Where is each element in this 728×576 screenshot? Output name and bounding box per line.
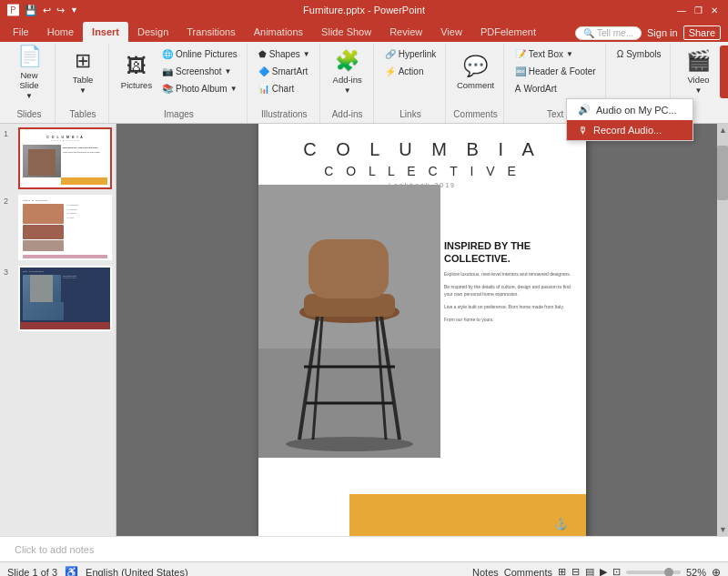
table-button[interactable]: ⊞ Table ▼ bbox=[63, 45, 103, 98]
online-pictures-icon: 🌐 bbox=[162, 49, 173, 59]
ribbon-tabs: File Home Insert Design Transitions Anim… bbox=[0, 20, 728, 42]
main-slide: C O L U M B I A C O L L E C T I V E Look… bbox=[258, 124, 586, 536]
tab-transitions[interactable]: Transitions bbox=[177, 22, 244, 42]
view-reading-icon[interactable]: ▤ bbox=[585, 566, 594, 576]
accessibility-icon: ♿ bbox=[65, 566, 78, 577]
slide-thumb-3[interactable]: 3 Our Collection Minimalist furniture Sc… bbox=[4, 266, 112, 331]
screenshot-button[interactable]: 📷 Screenshot ▼ bbox=[158, 63, 241, 79]
tab-design[interactable]: Design bbox=[128, 22, 177, 42]
shapes-icon: ⬟ bbox=[258, 49, 267, 59]
svg-point-11 bbox=[286, 437, 413, 451]
close-btn[interactable]: ✕ bbox=[708, 4, 721, 16]
tab-home[interactable]: Home bbox=[38, 22, 83, 42]
tab-review[interactable]: Review bbox=[380, 22, 431, 42]
qat-save[interactable]: 💾 bbox=[25, 5, 37, 16]
tab-insert[interactable]: Insert bbox=[83, 22, 128, 42]
slide-img-3[interactable]: Our Collection Minimalist furniture Scan… bbox=[18, 266, 112, 331]
slide-thumb-2[interactable]: 2 Table of Contents 01. Introduction 02.… bbox=[4, 195, 112, 260]
pictures-icon: 🖼 bbox=[126, 55, 147, 78]
ribbon-group-comments: 💬 Comment Comments bbox=[448, 44, 503, 123]
inspired-para-4: From our home to yours. bbox=[444, 316, 571, 323]
pictures-button[interactable]: 🖼 Pictures bbox=[116, 45, 157, 98]
qat-undo[interactable]: ↩ bbox=[43, 5, 51, 16]
zoom-fit-icon[interactable]: ⊕ bbox=[712, 566, 721, 577]
slide-text-area: INSPIRED BY THE COLLECTIVE. Explore luxu… bbox=[444, 239, 571, 324]
share-button[interactable]: Share bbox=[683, 25, 721, 40]
fit-slide-icon[interactable]: ⊡ bbox=[612, 566, 621, 576]
wordart-icon: A bbox=[515, 84, 521, 94]
tab-view[interactable]: View bbox=[431, 22, 471, 42]
status-right: Notes Comments ⊞ ⊟ ▤ ▶ ⊡ 52% ⊕ bbox=[472, 566, 721, 577]
tab-slideshow[interactable]: Slide Show bbox=[312, 22, 380, 42]
shapes-button[interactable]: ⬟ Shapes ▼ bbox=[255, 45, 314, 62]
comments-status[interactable]: Comments bbox=[504, 567, 552, 577]
zoom-thumb[interactable] bbox=[664, 568, 673, 577]
table-arrow: ▼ bbox=[79, 86, 86, 95]
hyperlink-button[interactable]: 🔗 Hyperlink bbox=[381, 45, 440, 62]
tell-me-input[interactable]: 🔍 Tell me... bbox=[575, 26, 642, 40]
addins-button[interactable]: 🧩 Add-ins ▼ bbox=[328, 45, 368, 98]
header-footer-icon: 🔤 bbox=[515, 66, 526, 76]
smartart-button[interactable]: 🔷 SmartArt bbox=[255, 63, 314, 79]
notes-bar[interactable]: Click to add notes bbox=[0, 536, 728, 561]
notes-button[interactable]: Notes bbox=[472, 567, 499, 577]
textbox-button[interactable]: 📝 Text Box ▼ bbox=[511, 45, 600, 62]
zoom-slider[interactable] bbox=[626, 571, 681, 574]
video-button[interactable]: 🎬 Video ▼ bbox=[678, 45, 718, 98]
inspired-heading: INSPIRED BY THE COLLECTIVE. bbox=[444, 239, 571, 266]
scrollbar-down-arrow[interactable]: ▼ bbox=[717, 523, 728, 536]
chart-button[interactable]: 📊 Chart bbox=[255, 80, 314, 96]
view-slide-sorter-icon[interactable]: ⊟ bbox=[571, 566, 580, 576]
audio-dropdown: 🔊 Audio on My PC... 🎙 Record Audio... bbox=[566, 98, 693, 141]
qat-redo[interactable]: ↪ bbox=[56, 5, 65, 16]
slide-num-3: 3 bbox=[4, 268, 15, 277]
scrollbar-thumb[interactable] bbox=[717, 146, 728, 200]
comment-button[interactable]: 💬 Comment bbox=[456, 45, 496, 98]
title-bar: 🅿 💾 ↩ ↪ ▼ Furniture.pptx - PowerPoint — … bbox=[0, 0, 728, 20]
restore-btn[interactable]: ❐ bbox=[692, 4, 704, 16]
action-icon: ⚡ bbox=[385, 66, 396, 76]
language: English (United States) bbox=[86, 567, 188, 577]
slide-decorative-icon: ⚓ bbox=[554, 518, 568, 531]
slide-info: Slide 1 of 3 bbox=[7, 567, 57, 577]
ribbon-group-tables: ⊞ Table ▼ Tables bbox=[57, 44, 109, 123]
header-footer-button[interactable]: 🔤 Header & Footer bbox=[511, 63, 600, 79]
table-icon: ⊞ bbox=[75, 49, 91, 73]
view-normal-icon[interactable]: ⊞ bbox=[558, 566, 566, 576]
signin-button[interactable]: Sign in bbox=[647, 27, 678, 38]
slide-img-2[interactable]: Table of Contents 01. Introduction 02. C… bbox=[18, 195, 112, 260]
wordart-button[interactable]: A WordArt bbox=[511, 80, 600, 96]
vertical-scrollbar[interactable]: ▲ ▼ bbox=[717, 124, 728, 536]
ribbon-group-illustrations: ⬟ Shapes ▼ 🔷 SmartArt 📊 Chart Illustrati… bbox=[249, 44, 320, 123]
action-button[interactable]: ⚡ Action bbox=[381, 63, 440, 79]
title-bar-left: 🅿 💾 ↩ ↪ ▼ bbox=[7, 4, 78, 17]
screenshot-icon: 📷 bbox=[162, 66, 173, 76]
new-slide-button[interactable]: 📄 New Slide ▼ bbox=[9, 45, 49, 98]
record-audio-item[interactable]: 🎙 Record Audio... bbox=[567, 120, 693, 140]
online-pictures-button[interactable]: 🌐 Online Pictures bbox=[158, 45, 241, 62]
audio-button[interactable]: 🔊 Audio ▼ bbox=[720, 45, 728, 98]
audio-my-pc-item[interactable]: 🔊 Audio on My PC... bbox=[567, 99, 693, 120]
view-slideshow-icon[interactable]: ▶ bbox=[600, 566, 607, 576]
inspired-para-1: Explore luxurious, next-level interiors … bbox=[444, 270, 571, 278]
slide-img-1[interactable]: C O L U M B I A C O L L E C T I V E INSP… bbox=[18, 127, 112, 189]
ribbon-group-links: 🔗 Hyperlink ⚡ Action Links bbox=[376, 44, 447, 123]
slide-collective: C O L L E C T I V E bbox=[258, 164, 586, 178]
minimize-btn[interactable]: — bbox=[675, 4, 688, 16]
record-icon: 🎙 bbox=[578, 125, 588, 136]
photo-album-button[interactable]: 📚 Photo Album ▼ bbox=[158, 80, 241, 96]
scrollbar-up-arrow[interactable]: ▲ bbox=[717, 124, 728, 136]
zoom-level[interactable]: 52% bbox=[686, 567, 706, 577]
textbox-icon: 📝 bbox=[515, 49, 526, 59]
tab-animations[interactable]: Animations bbox=[245, 22, 312, 42]
audio-pc-icon: 🔊 bbox=[578, 104, 591, 116]
qat-customize[interactable]: ▼ bbox=[70, 5, 78, 15]
status-bar: Slide 1 of 3 ♿ English (United States) N… bbox=[0, 561, 728, 576]
symbols-button[interactable]: Ω Symbols bbox=[613, 45, 665, 62]
slide-thumb-1[interactable]: 1 C O L U M B I A C O L L E C T I V E IN… bbox=[4, 127, 112, 189]
new-slide-icon: 📄 bbox=[17, 45, 42, 68]
tab-pdfelement[interactable]: PDFelement bbox=[471, 22, 545, 42]
search-icon: 🔍 bbox=[583, 28, 594, 38]
title-bar-controls: — ❐ ✕ bbox=[675, 4, 721, 16]
tab-file[interactable]: File bbox=[4, 22, 38, 42]
